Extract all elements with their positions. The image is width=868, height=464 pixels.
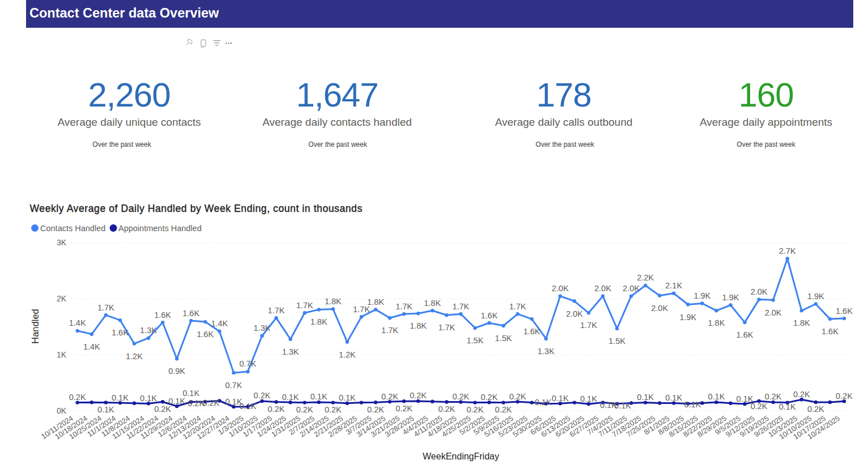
svg-text:Weekly Average of Daily Handle: Weekly Average of Daily Handled by Week … bbox=[30, 203, 363, 214]
svg-text:0.2K: 0.2K bbox=[268, 405, 285, 414]
svg-text:2.7K: 2.7K bbox=[779, 246, 796, 256]
svg-text:1.6K: 1.6K bbox=[112, 328, 129, 337]
svg-text:1.6K: 1.6K bbox=[737, 330, 754, 339]
svg-text:1.2K: 1.2K bbox=[126, 352, 143, 361]
svg-text:1.3K: 1.3K bbox=[538, 347, 555, 356]
svg-text:1.6K: 1.6K bbox=[822, 327, 839, 336]
svg-text:1.8K: 1.8K bbox=[410, 321, 427, 330]
svg-text:0.1K: 0.1K bbox=[552, 394, 569, 403]
svg-text:0.1K: 0.1K bbox=[310, 392, 327, 401]
svg-text:0.2K: 0.2K bbox=[793, 390, 810, 399]
svg-text:1.6K: 1.6K bbox=[154, 310, 171, 320]
svg-text:0.1K: 0.1K bbox=[168, 397, 185, 406]
svg-text:0.2K: 0.2K bbox=[495, 405, 512, 414]
svg-text:3K: 3K bbox=[57, 238, 67, 247]
svg-text:0.1K: 0.1K bbox=[182, 389, 199, 398]
svg-text:0.7K: 0.7K bbox=[239, 359, 256, 368]
svg-text:0.1K: 0.1K bbox=[637, 393, 654, 402]
svg-text:1.4K: 1.4K bbox=[211, 319, 228, 328]
svg-text:0.1K: 0.1K bbox=[779, 402, 796, 411]
svg-text:1.6K: 1.6K bbox=[197, 330, 214, 339]
svg-text:0.1K: 0.1K bbox=[112, 393, 129, 402]
svg-text:0.1K: 0.1K bbox=[580, 394, 597, 403]
svg-text:0.1K: 0.1K bbox=[665, 393, 682, 402]
svg-text:1.7K: 1.7K bbox=[268, 306, 285, 315]
svg-text:2K: 2K bbox=[57, 294, 67, 303]
svg-text:1K: 1K bbox=[57, 350, 67, 359]
svg-text:0.2K: 0.2K bbox=[202, 398, 219, 407]
svg-text:0.1K: 0.1K bbox=[339, 393, 356, 402]
svg-text:0.2K: 0.2K bbox=[751, 402, 768, 411]
svg-text:1.3K: 1.3K bbox=[282, 347, 299, 356]
svg-text:1.5K: 1.5K bbox=[495, 334, 512, 343]
svg-text:1.3K: 1.3K bbox=[254, 323, 271, 333]
svg-text:0.1K: 0.1K bbox=[535, 398, 552, 407]
svg-text:2.0K: 2.0K bbox=[623, 284, 640, 293]
svg-text:0.2K: 0.2K bbox=[325, 405, 342, 414]
svg-text:Contacts Handled: Contacts Handled bbox=[40, 224, 105, 233]
svg-text:Appointments Handled: Appointments Handled bbox=[118, 224, 202, 233]
svg-text:0.1K: 0.1K bbox=[282, 393, 299, 402]
svg-text:1.9K: 1.9K bbox=[679, 313, 696, 322]
svg-text:0.2K: 0.2K bbox=[807, 405, 824, 414]
svg-text:1.6K: 1.6K bbox=[524, 327, 541, 336]
svg-text:0.1K: 0.1K bbox=[239, 402, 256, 411]
svg-text:0.2K: 0.2K bbox=[69, 393, 86, 402]
svg-text:1.2K: 1.2K bbox=[339, 350, 356, 359]
svg-text:0.2K: 0.2K bbox=[438, 405, 455, 414]
svg-text:0.7K: 0.7K bbox=[225, 381, 242, 390]
svg-text:0.2K: 0.2K bbox=[395, 404, 412, 413]
svg-text:1.5K: 1.5K bbox=[609, 337, 626, 346]
svg-text:0.9K: 0.9K bbox=[168, 367, 185, 376]
svg-text:2.0K: 2.0K bbox=[594, 284, 611, 293]
svg-text:2.0K: 2.0K bbox=[751, 287, 768, 296]
svg-text:0.1K: 0.1K bbox=[708, 392, 725, 401]
svg-text:0.1K: 0.1K bbox=[140, 394, 157, 403]
svg-text:0K: 0K bbox=[57, 406, 67, 415]
svg-text:1.8K: 1.8K bbox=[367, 297, 384, 307]
svg-text:0.2K: 0.2K bbox=[254, 391, 271, 400]
svg-text:0.2K: 0.2K bbox=[509, 392, 526, 401]
svg-text:0.1K: 0.1K bbox=[97, 405, 114, 414]
svg-text:1.7K: 1.7K bbox=[438, 323, 455, 332]
svg-text:1.6K: 1.6K bbox=[480, 311, 497, 320]
svg-text:0.2K: 0.2K bbox=[480, 393, 497, 402]
svg-text:1.9K: 1.9K bbox=[693, 291, 710, 300]
svg-text:1.7K: 1.7K bbox=[452, 302, 469, 311]
svg-text:1.9K: 1.9K bbox=[722, 293, 739, 302]
svg-text:2.2K: 2.2K bbox=[637, 273, 654, 282]
svg-text:0.2K: 0.2K bbox=[765, 392, 782, 401]
svg-text:1.4K: 1.4K bbox=[69, 318, 86, 327]
svg-text:0.2K: 0.2K bbox=[452, 392, 469, 401]
svg-text:WeekEndingFriday: WeekEndingFriday bbox=[423, 452, 499, 461]
svg-text:1.8K: 1.8K bbox=[793, 318, 810, 327]
svg-text:2.0K: 2.0K bbox=[552, 284, 569, 293]
svg-text:1.3K: 1.3K bbox=[140, 326, 157, 335]
svg-text:0.2K: 0.2K bbox=[836, 391, 853, 401]
svg-text:1.6K: 1.6K bbox=[836, 307, 853, 316]
svg-text:1.8K: 1.8K bbox=[424, 299, 441, 308]
svg-text:Handled: Handled bbox=[30, 309, 40, 343]
svg-text:1.4K: 1.4K bbox=[83, 342, 100, 351]
svg-text:0.2K: 0.2K bbox=[367, 405, 384, 414]
svg-text:0.2K: 0.2K bbox=[154, 405, 171, 414]
svg-text:2.0K: 2.0K bbox=[651, 304, 668, 313]
svg-text:0.1K: 0.1K bbox=[614, 401, 631, 410]
svg-text:2.1K: 2.1K bbox=[665, 281, 682, 290]
svg-text:1.8K: 1.8K bbox=[325, 297, 342, 306]
svg-text:1.7K: 1.7K bbox=[97, 303, 114, 312]
svg-text:0.1K: 0.1K bbox=[684, 400, 701, 409]
svg-text:1.7K: 1.7K bbox=[395, 302, 412, 311]
svg-text:1.8K: 1.8K bbox=[310, 317, 327, 326]
svg-text:0.2K: 0.2K bbox=[381, 392, 398, 401]
svg-text:1.8K: 1.8K bbox=[708, 318, 725, 327]
svg-text:1.7K: 1.7K bbox=[509, 302, 526, 311]
svg-text:1.7K: 1.7K bbox=[296, 301, 313, 310]
svg-text:1.9K: 1.9K bbox=[807, 292, 824, 301]
svg-text:0.2K: 0.2K bbox=[296, 405, 313, 414]
svg-text:2.0K: 2.0K bbox=[566, 309, 583, 318]
svg-text:1.5K: 1.5K bbox=[466, 336, 483, 345]
svg-text:1.6K: 1.6K bbox=[182, 309, 199, 318]
svg-text:1.7K: 1.7K bbox=[580, 321, 597, 330]
svg-text:0.2K: 0.2K bbox=[410, 391, 427, 400]
